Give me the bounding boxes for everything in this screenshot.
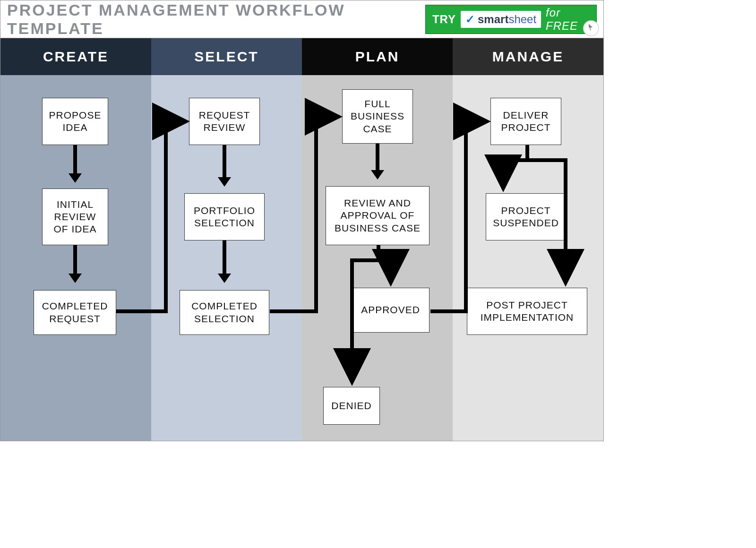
arrow-head-down-icon (69, 173, 82, 183)
box-completed-request: COMPLETED REQUEST (34, 290, 116, 335)
check-icon: ✓ (465, 13, 475, 26)
box-denied: DENIED (323, 387, 380, 425)
brand-light: sheet (508, 13, 536, 26)
arrow (376, 144, 379, 171)
column-header-plan: PLAN (302, 38, 453, 75)
box-review-approval: REVIEW AND APPROVAL OF BUSINESS CASE (326, 186, 430, 245)
try-smartsheet-button[interactable]: TRY ✓ smartsheet for FREE (425, 5, 597, 34)
box-portfolio-selection: PORTFOLIO SELECTION (184, 193, 265, 240)
arrow (223, 240, 226, 274)
diagram-frame: PROJECT MANAGEMENT WORKFLOW TEMPLATE TRY… (0, 0, 604, 441)
box-post-project: POST PROJECT IMPLEMENTATION (467, 288, 587, 335)
columns: CREATE PROPOSE IDEA INITIAL REVIEW OF ID… (0, 38, 603, 441)
box-propose-idea: PROPOSE IDEA (42, 98, 108, 145)
page-title: PROJECT MANAGEMENT WORKFLOW TEMPLATE (7, 1, 425, 38)
arrow-head-down-icon (69, 274, 82, 283)
cursor-icon (583, 20, 599, 36)
column-plan: PLAN FULL BUSINESS CASE REVIEW AND APPRO… (302, 38, 453, 441)
column-body-manage: DELIVER PROJECT PROJECT SUSPENDED POST P… (453, 75, 603, 441)
box-request-review: REQUEST REVIEW (189, 98, 260, 145)
column-manage: MANAGE DELIVER PROJECT PROJECT SUSPENDED… (453, 38, 603, 441)
column-header-create: CREATE (0, 38, 151, 75)
arrow (73, 145, 77, 174)
column-header-manage: MANAGE (453, 38, 603, 75)
column-create: CREATE PROPOSE IDEA INITIAL REVIEW OF ID… (0, 38, 151, 441)
box-approved: APPROVED (352, 288, 430, 333)
column-body-plan: FULL BUSINESS CASE REVIEW AND APPROVAL O… (302, 75, 453, 441)
box-full-business-case: FULL BUSINESS CASE (342, 89, 413, 144)
arrow-head-down-icon (218, 274, 231, 283)
arrow (223, 145, 226, 178)
column-header-select: SELECT (151, 38, 302, 75)
box-completed-selection: COMPLETED SELECTION (180, 290, 269, 335)
cta-try: TRY (432, 13, 456, 26)
column-body-select: REQUEST REVIEW PORTFOLIO SELECTION COMPL… (151, 75, 302, 441)
box-initial-review: INITIAL REVIEW OF IDEA (42, 188, 108, 245)
arrow-head-down-icon (218, 177, 231, 187)
header: PROJECT MANAGEMENT WORKFLOW TEMPLATE TRY… (0, 0, 603, 38)
smartsheet-logo: ✓ smartsheet (461, 11, 541, 28)
brand-bold: smart (478, 13, 508, 26)
column-select: SELECT REQUEST REVIEW PORTFOLIO SELECTIO… (151, 38, 302, 441)
box-project-suspended: PROJECT SUSPENDED (486, 193, 566, 240)
box-deliver-project: DELIVER PROJECT (490, 98, 561, 145)
cta-forfree: for FREE (546, 6, 588, 33)
column-body-create: PROPOSE IDEA INITIAL REVIEW OF IDEA COMP… (0, 75, 151, 441)
arrow (73, 245, 77, 274)
arrow-head-down-icon (371, 170, 384, 180)
